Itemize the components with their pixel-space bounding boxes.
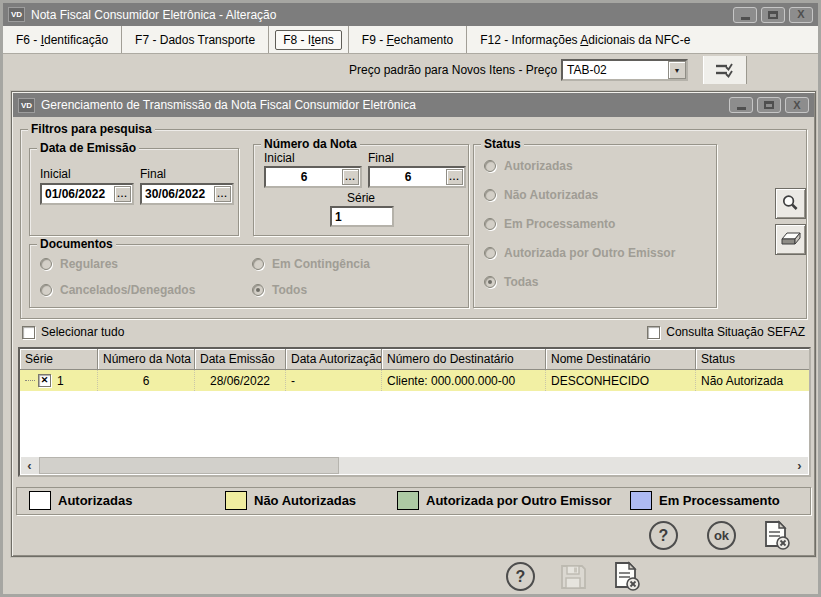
document-cancel-icon xyxy=(613,561,641,592)
nota-final-label: Final xyxy=(368,151,394,165)
manager-minimize-button[interactable] xyxy=(729,97,753,113)
search-button[interactable] xyxy=(775,188,806,219)
radio-icon xyxy=(484,160,496,172)
emission-final-input[interactable] xyxy=(142,187,214,201)
emission-final-label: Final xyxy=(140,167,166,181)
price-table-value: TAB-02 xyxy=(563,61,668,79)
scroll-left-icon[interactable]: ‹ xyxy=(21,457,38,474)
maximize-icon xyxy=(768,11,778,19)
radio-todas: Todas xyxy=(484,275,538,289)
manager-close-button[interactable]: X xyxy=(785,97,809,113)
minimize-button[interactable] xyxy=(733,7,757,23)
tab-f9-fechamento[interactable]: F9 - Fechamento xyxy=(348,26,466,53)
ok-button[interactable]: ok xyxy=(707,521,736,550)
col-data-emissao[interactable]: Data Emissão xyxy=(195,349,286,370)
manager-maximize-button[interactable] xyxy=(757,97,781,113)
col-numero-nota[interactable]: Número da Nota xyxy=(98,349,195,370)
minimize-icon xyxy=(741,17,750,20)
help-button[interactable]: ? xyxy=(649,521,678,550)
radio-autorizadas: Autorizadas xyxy=(484,159,573,173)
save-button-disabled xyxy=(557,561,589,593)
help-icon: ? xyxy=(659,527,669,545)
table-row[interactable]: ✕ 1 6 28/06/2022 - Cliente: 000.000.000-… xyxy=(20,370,809,391)
cell-serie: ✕ 1 xyxy=(20,370,98,391)
autorizada-outro-emissor-swatch xyxy=(397,491,419,510)
emission-initial-picker-button[interactable]: ... xyxy=(114,186,131,202)
table-header-row: Série Número da Nota Data Emissão Data A… xyxy=(20,349,809,370)
nota-final-input[interactable] xyxy=(370,170,446,184)
sefaz-checkbox[interactable] xyxy=(647,326,660,339)
horizontal-scrollbar[interactable]: ‹ › xyxy=(21,457,808,474)
serie-input[interactable] xyxy=(332,210,392,224)
outer-help-button[interactable]: ? xyxy=(506,562,535,591)
col-nome-destinatario[interactable]: Nome Destinatário xyxy=(546,349,696,370)
tab-f8-itens[interactable]: F8 - Itens xyxy=(268,26,348,53)
outer-cancel-document-button[interactable] xyxy=(611,560,643,592)
nota-final-picker-button[interactable]: ... xyxy=(446,169,463,185)
nota-initial-input[interactable] xyxy=(266,170,342,184)
manager-window-title: Gerenciamento de Transmissão da Nota Fis… xyxy=(41,98,723,112)
nota-number-group: Número da Nota Inicial ... Final ... Sér… xyxy=(253,144,469,236)
checkmark-icon: ✕ xyxy=(41,376,49,385)
emission-initial-field: ... xyxy=(40,183,134,205)
status-color-legend: Autorizadas Não Autorizadas Autorizada p… xyxy=(16,487,811,515)
select-all-label: Selecionar tudo xyxy=(41,325,124,339)
nota-initial-field: ... xyxy=(264,166,362,188)
emission-date-group-label: Data de Emissão xyxy=(37,141,139,155)
scroll-right-icon[interactable]: › xyxy=(791,457,808,474)
legend-em-processamento: Em Processamento xyxy=(630,491,780,510)
filters-group: Filtros para pesquisa Data de Emissão In… xyxy=(20,129,807,319)
emission-final-picker-button[interactable]: ... xyxy=(214,186,231,202)
col-status[interactable]: Status xyxy=(696,349,809,370)
nota-number-group-label: Número da Nota xyxy=(261,137,360,151)
manager-logo-icon: VD xyxy=(18,98,35,113)
col-numero-destinatario[interactable]: Número do Destinatário xyxy=(382,349,546,370)
price-table-select[interactable]: TAB-02 ▼ xyxy=(561,59,688,81)
cell-numero-nota: 6 xyxy=(98,370,195,391)
radio-icon xyxy=(252,258,264,270)
close-button[interactable]: X xyxy=(789,7,813,23)
col-serie[interactable]: Série xyxy=(20,349,98,370)
bottom-toolbar: ? xyxy=(3,559,818,597)
radio-icon xyxy=(40,258,52,270)
price-row: Preço padrão para Novos Itens - Preço Un… xyxy=(3,54,818,87)
legend-autorizada-outro-emissor: Autorizada por Outro Emissor xyxy=(397,491,612,510)
em-processamento-swatch xyxy=(630,491,652,510)
col-data-autorizacao[interactable]: Data Autorização xyxy=(286,349,382,370)
scrollbar-thumb[interactable] xyxy=(39,457,339,474)
apply-price-list-button[interactable] xyxy=(704,56,746,84)
radio-em-processamento: Em Processamento xyxy=(484,217,615,231)
help-icon: ? xyxy=(516,568,526,586)
sefaz-row: Consulta Situação SEFAZ xyxy=(647,325,805,339)
radio-icon xyxy=(484,189,496,201)
emission-initial-label: Inicial xyxy=(40,167,71,181)
autorizadas-swatch xyxy=(29,491,51,510)
dropdown-arrow-icon[interactable]: ▼ xyxy=(668,61,686,79)
document-cancel-icon xyxy=(763,520,791,551)
radio-todos: Todos xyxy=(252,283,307,297)
select-all-checkbox[interactable] xyxy=(22,326,35,339)
clear-filters-button[interactable] xyxy=(775,224,806,255)
app-logo-icon: VD xyxy=(8,7,25,22)
cancel-document-button[interactable] xyxy=(761,519,793,551)
emission-final-field: ... xyxy=(140,183,234,205)
tab-bar: F6 - Identificação F7 - Dados Transporte… xyxy=(3,26,818,54)
nota-initial-picker-button[interactable]: ... xyxy=(342,169,359,185)
radio-autorizada-outro-emissor: Autorizada por Outro Emissor xyxy=(484,246,675,260)
radio-selected-icon xyxy=(484,276,496,288)
emission-initial-input[interactable] xyxy=(42,187,114,201)
manager-body: Filtros para pesquisa Data de Emissão In… xyxy=(14,119,813,554)
maximize-button[interactable] xyxy=(761,7,785,23)
row-checkbox[interactable]: ✕ xyxy=(38,374,51,387)
tab-f6-identificacao[interactable]: F6 - Identificação xyxy=(3,26,121,53)
cell-data-autorizacao: - xyxy=(286,370,382,391)
documents-group: Documentos Regulares Cancelados/Denegado… xyxy=(29,244,469,308)
nao-autorizadas-swatch xyxy=(225,491,247,510)
sefaz-label: Consulta Situação SEFAZ xyxy=(666,325,805,339)
title-bar: VD Nota Fiscal Consumidor Eletrônica - A… xyxy=(3,3,818,26)
manager-title-bar: VD Gerenciamento de Transmissão da Nota … xyxy=(13,93,814,117)
eraser-icon xyxy=(781,232,801,247)
tab-f7-dados-transporte[interactable]: F7 - Dados Transporte xyxy=(121,26,268,53)
tab-f12-informacoes-adicionais[interactable]: F12 - Informações Adicionais da NFC-e xyxy=(466,26,703,53)
status-group: Status Autorizadas Não Autorizadas Em Pr… xyxy=(473,144,717,308)
